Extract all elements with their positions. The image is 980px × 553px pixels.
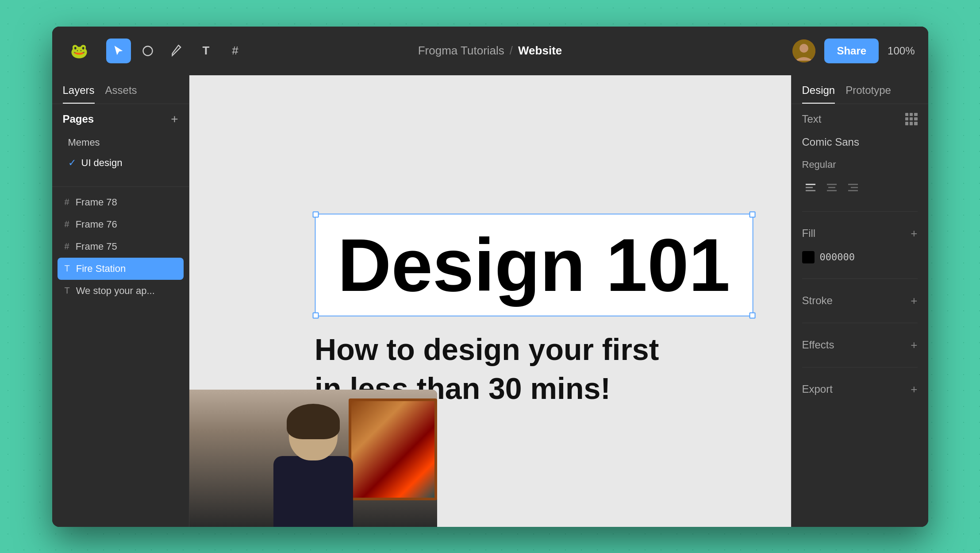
right-sidebar: Design Prototype Text [791,75,928,527]
layer-frame75-label: Frame 75 [76,241,117,252]
project-name: Frogma Tutorials [418,44,504,58]
text-align-row [802,181,918,196]
tab-layers[interactable]: Layers [63,84,95,104]
ellipse-tool[interactable] [135,39,160,63]
svg-rect-4 [806,187,813,188]
fill-header: Fill + [802,227,918,240]
select-tool[interactable] [106,39,131,63]
file-breadcrumb: Frogma Tutorials / Website [418,44,562,58]
selection-box: Design 101 [315,213,753,316]
stroke-header: Stroke + [802,294,918,308]
share-button[interactable]: Share [824,39,879,63]
page-memes[interactable]: Memes [63,132,178,153]
tab-assets[interactable]: Assets [105,84,137,104]
add-fill-button[interactable]: + [911,227,917,240]
grid-cell [914,122,917,125]
app-logo[interactable]: 🐸 [65,37,93,65]
webcam-feed [189,390,437,527]
pen-tool[interactable] [165,39,189,63]
font-style[interactable]: Regular [802,159,836,170]
svg-point-0 [143,46,152,55]
add-export-button[interactable]: + [911,383,917,396]
tool-group: T # [106,39,248,63]
align-left-button[interactable] [802,181,819,196]
toolbar: 🐸 T # Frogma Tutorials / Website [52,27,928,75]
layer-frame75[interactable]: # Frame 75 [58,236,184,258]
page-active-check: ✓ [68,157,76,169]
page-ui-design[interactable]: ✓ UI design [63,153,178,173]
left-sidebar: Layers Assets Pages + Memes ✓ UI design [52,75,189,527]
align-center-button[interactable] [823,181,840,196]
frame-tool[interactable]: # [223,39,248,63]
export-header: Export + [802,383,918,396]
canvas[interactable]: Design 101 How to design your first in l… [189,75,791,527]
app-window: 🐸 T # Frogma Tutorials / Website [52,27,928,527]
canvas-content: Design 101 How to design your first in l… [315,213,753,408]
grid-icon[interactable] [905,113,918,125]
right-sidebar-tab-bar: Design Prototype [792,75,928,104]
text-label: Text [802,113,822,125]
fill-color-value[interactable]: 000000 [820,251,855,263]
grid-cell [910,117,913,120]
export-divider [802,367,918,367]
frame-icon: # [65,241,69,251]
svg-rect-10 [851,187,858,188]
webcam-overlay [189,390,437,527]
design-101-heading[interactable]: Design 101 [315,214,752,315]
file-name: Website [518,44,562,58]
breadcrumb-separator: / [510,44,513,58]
svg-rect-8 [827,190,837,191]
subtitle-line1: How to design your first [315,329,753,368]
grid-cell [905,117,908,120]
effects-header: Effects + [802,338,918,352]
fill-color-swatch[interactable] [802,251,815,263]
zoom-level[interactable]: 100% [888,45,915,57]
handle-bottom-right[interactable] [749,312,755,318]
layer-frame78[interactable]: # Frame 78 [58,191,184,213]
stroke-label: Stroke [802,294,833,307]
background-painting [349,398,437,500]
fill-color-row[interactable]: 000000 [802,251,918,263]
right-panel-content: Text Comic Sans [792,104,928,405]
handle-top-right[interactable] [749,211,755,217]
svg-rect-3 [806,184,815,185]
pages-header: Pages + [63,113,178,125]
effects-divider [802,323,918,323]
font-name[interactable]: Comic Sans [802,136,859,148]
export-label: Export [802,383,833,395]
layer-fire-station-label: Fire Station [76,263,126,275]
layer-frame76-label: Frame 76 [76,219,117,230]
layer-fire-station[interactable]: T Fire Station [58,258,184,280]
frame-icon: # [65,219,69,229]
person-silhouette [273,407,353,527]
tab-design[interactable]: Design [802,84,835,104]
grid-cell [905,113,908,116]
tab-prototype[interactable]: Prototype [845,84,891,104]
add-stroke-button[interactable]: + [911,294,917,308]
stroke-divider [802,278,918,279]
svg-rect-9 [848,184,858,185]
handle-top-left[interactable] [312,211,319,217]
fill-color-left: 000000 [802,251,855,263]
align-right-button[interactable] [845,181,861,196]
handle-bottom-left[interactable] [312,312,319,318]
layer-frame78-label: Frame 78 [76,197,117,208]
add-effect-button[interactable]: + [911,338,917,352]
grid-cell [914,113,917,116]
person-hair [287,404,340,439]
user-avatar[interactable] [792,39,815,62]
toolbar-right: Share 100% [792,39,915,63]
layer-we-stop[interactable]: T We stop your ap... [58,280,184,302]
text-align-buttons [802,181,861,196]
text-layer-icon: T [65,263,70,274]
layer-frame76[interactable]: # Frame 76 [58,213,184,236]
effects-label: Effects [802,339,834,351]
frame-icon: # [65,197,69,207]
text-tool[interactable]: T [194,39,219,63]
svg-rect-6 [827,184,837,185]
add-page-button[interactable]: + [171,113,178,125]
grid-cell [910,122,913,125]
svg-rect-11 [848,190,858,191]
grid-cell [914,117,917,120]
pages-section: Pages + Memes ✓ UI design [52,104,189,182]
